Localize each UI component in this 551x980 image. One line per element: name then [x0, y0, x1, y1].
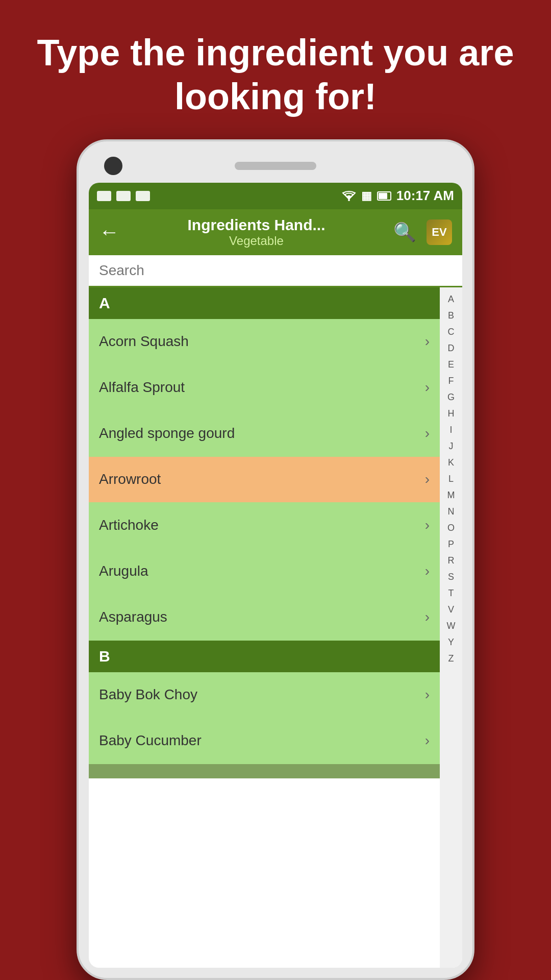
- chevron-right-icon: ›: [425, 425, 430, 442]
- phone-screen: ▦ 10:17 AM ← Ingredients Hand... Vegetab…: [89, 183, 462, 968]
- alpha-K[interactable]: K: [440, 455, 462, 471]
- item-name: Alfalfa Sprout: [99, 379, 185, 396]
- chevron-right-icon: ›: [425, 563, 430, 579]
- alpha-F[interactable]: F: [440, 373, 462, 389]
- alpha-E[interactable]: E: [440, 357, 462, 373]
- page-header: Type the ingredient you are looking for!: [0, 0, 551, 139]
- phone-top-bar: [89, 152, 462, 183]
- chevron-right-icon: ›: [425, 609, 430, 625]
- item-name: Baby Cucumber: [99, 732, 202, 749]
- app-bar-title: Ingredients Hand... Vegetable: [130, 216, 383, 248]
- wifi-icon: [342, 191, 356, 201]
- phone-speaker: [235, 162, 316, 170]
- chevron-right-icon: ›: [425, 732, 430, 749]
- app-bar-title-main: Ingredients Hand...: [130, 216, 383, 234]
- back-button[interactable]: ←: [99, 220, 119, 243]
- alpha-P[interactable]: P: [440, 536, 462, 553]
- item-name: Acorn Squash: [99, 333, 189, 350]
- chevron-right-icon: ›: [425, 517, 430, 533]
- alpha-M[interactable]: M: [440, 487, 462, 504]
- list-item[interactable]: Angled sponge gourd ›: [89, 411, 440, 457]
- alpha-Y[interactable]: Y: [440, 634, 462, 651]
- chevron-right-icon: ›: [425, 333, 430, 350]
- section-header-b: B: [89, 641, 440, 672]
- status-icon-image: [97, 191, 111, 201]
- alpha-H[interactable]: H: [440, 406, 462, 422]
- alpha-L[interactable]: L: [440, 471, 462, 487]
- list-item[interactable]: Asparagus ›: [89, 595, 440, 641]
- alphabet-sidebar: A B C D E F G H I J K L M N O P R S T V: [440, 287, 462, 968]
- status-left-icons: [97, 191, 150, 201]
- search-icon-button[interactable]: 🔍: [393, 222, 416, 243]
- section-header-a: A: [89, 287, 440, 319]
- chevron-right-icon: ›: [425, 379, 430, 396]
- list-item-highlighted[interactable]: Arrowroot ›: [89, 457, 440, 503]
- chevron-right-icon: ›: [425, 471, 430, 487]
- alpha-I[interactable]: I: [440, 422, 462, 438]
- search-input[interactable]: [99, 262, 452, 279]
- alpha-D[interactable]: D: [440, 340, 462, 357]
- list-container: A Acorn Squash › Alfalfa Sprout › Angled…: [89, 287, 462, 968]
- alpha-A[interactable]: A: [440, 291, 462, 308]
- app-bar-icons: 🔍 EV: [393, 219, 452, 245]
- search-bar: [89, 255, 462, 287]
- list-item[interactable]: Arugula ›: [89, 549, 440, 595]
- item-name: Angled sponge gourd: [99, 425, 235, 442]
- alpha-R[interactable]: R: [440, 553, 462, 569]
- phone-wrapper: ▦ 10:17 AM ← Ingredients Hand... Vegetab…: [77, 139, 474, 980]
- header-line1: Type the ingredient you are: [37, 32, 514, 73]
- chevron-right-icon: ›: [425, 687, 430, 703]
- status-right: ▦ 10:17 AM: [342, 188, 454, 204]
- status-icon-download: [136, 191, 150, 201]
- svg-point-0: [348, 199, 350, 201]
- item-name: Artichoke: [99, 517, 159, 533]
- alpha-G[interactable]: G: [440, 389, 462, 406]
- item-name: Baby Bok Choy: [99, 687, 197, 703]
- list-scroll: A Acorn Squash › Alfalfa Sprout › Angled…: [89, 287, 440, 968]
- alpha-S[interactable]: S: [440, 569, 462, 585]
- alpha-B[interactable]: B: [440, 308, 462, 324]
- alpha-N[interactable]: N: [440, 504, 462, 520]
- app-bar-title-sub: Vegetable: [130, 234, 383, 248]
- battery-indicator: [377, 191, 391, 201]
- header-line2: looking for!: [174, 76, 377, 117]
- status-icon-flag: [116, 191, 131, 201]
- app-logo-badge: EV: [427, 219, 452, 245]
- alpha-W[interactable]: W: [440, 618, 462, 634]
- alpha-J[interactable]: J: [440, 438, 462, 455]
- app-bar: ← Ingredients Hand... Vegetable 🔍 EV: [89, 209, 462, 255]
- section-header-next: [89, 764, 440, 778]
- alpha-V[interactable]: V: [440, 602, 462, 618]
- list-item[interactable]: Artichoke ›: [89, 503, 440, 549]
- page-header-title: Type the ingredient you are looking for!: [31, 31, 520, 119]
- status-bar: ▦ 10:17 AM: [89, 183, 462, 209]
- item-name: Asparagus: [99, 609, 167, 625]
- sim-icon: ▦: [361, 189, 372, 203]
- alpha-O[interactable]: O: [440, 520, 462, 536]
- item-name: Arugula: [99, 563, 148, 579]
- alpha-C[interactable]: C: [440, 324, 462, 340]
- phone-camera: [104, 157, 122, 175]
- alpha-T[interactable]: T: [440, 585, 462, 602]
- list-item[interactable]: Baby Cucumber ›: [89, 718, 440, 764]
- status-time: 10:17 AM: [396, 188, 454, 204]
- list-item[interactable]: Alfalfa Sprout ›: [89, 365, 440, 411]
- alpha-Z[interactable]: Z: [440, 651, 462, 667]
- list-item[interactable]: Acorn Squash ›: [89, 319, 440, 365]
- list-item[interactable]: Baby Bok Choy ›: [89, 672, 440, 718]
- item-name: Arrowroot: [99, 471, 161, 487]
